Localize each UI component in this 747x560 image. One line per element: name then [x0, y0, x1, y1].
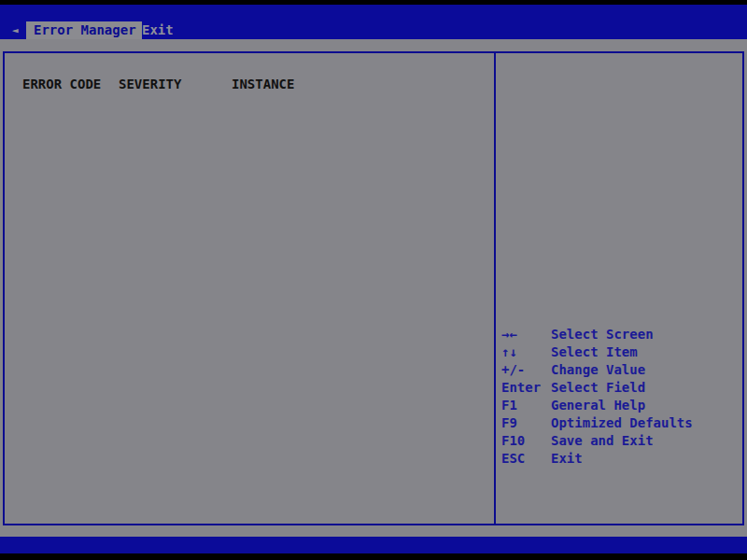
help-key-legend: →← Select Screen ↑↓ Select Item +/- Chan…	[501, 326, 740, 468]
bottom-edge-strip	[0, 553, 747, 560]
column-header-instance: INSTANCE	[232, 77, 294, 91]
legend-row: ESC Exit	[501, 450, 740, 468]
legend-row: →← Select Screen	[501, 326, 740, 343]
panel-divider	[494, 51, 496, 525]
legend-row: Enter Select Field	[501, 379, 740, 397]
menu-tab-bar: ◄ Error Manager Exit	[0, 21, 747, 39]
legend-key-general-help: F1	[501, 397, 551, 414]
bios-setup-screen: Aptio Setup Utility - Copyright (C) 2010…	[0, 0, 747, 560]
tab-error-manager[interactable]: Error Manager	[26, 21, 142, 39]
footer-bar: Version 1.23.1114. Copyright (C) 2010 Am…	[0, 537, 747, 553]
legend-key-select-field: Enter	[501, 379, 551, 397]
legend-action-save-and-exit: Save and Exit	[551, 432, 654, 450]
legend-action-esc-exit: Exit	[551, 450, 583, 468]
legend-key-save-and-exit: F10	[501, 432, 551, 450]
column-header-severity: SEVERITY	[119, 77, 181, 91]
legend-key-change-value: +/-	[501, 361, 551, 379]
legend-key-optimized-defaults: F9	[501, 414, 551, 432]
legend-key-select-item: ↑↓	[501, 343, 551, 361]
column-header-error-code: ERROR CODE	[22, 77, 101, 91]
legend-action-optimized-defaults: Optimized Defaults	[551, 414, 693, 432]
legend-action-select-field: Select Field	[551, 379, 645, 397]
scroll-left-arrow-icon[interactable]: ◄	[12, 21, 19, 39]
title-bar: Aptio Setup Utility - Copyright (C) 2010…	[0, 5, 747, 21]
legend-key-select-screen: →←	[501, 326, 551, 343]
legend-row: +/- Change Value	[501, 361, 740, 379]
legend-row: F10 Save and Exit	[501, 432, 740, 450]
legend-key-esc-exit: ESC	[501, 450, 551, 468]
legend-row: ↑↓ Select Item	[501, 343, 740, 361]
legend-row: F1 General Help	[501, 397, 740, 414]
tab-exit[interactable]: Exit	[142, 21, 174, 39]
legend-row: F9 Optimized Defaults	[501, 414, 740, 432]
legend-action-general-help: General Help	[551, 397, 645, 414]
legend-action-change-value: Change Value	[551, 361, 645, 379]
legend-action-select-screen: Select Screen	[551, 326, 654, 343]
legend-action-select-item: Select Item	[551, 343, 638, 361]
